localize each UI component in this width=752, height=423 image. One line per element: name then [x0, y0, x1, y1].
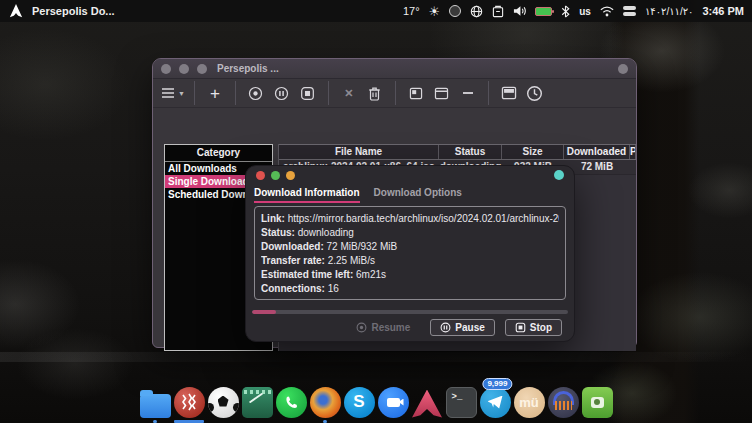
dock-item-telegram[interactable]: 9,999: [479, 384, 511, 420]
column-header-file-name[interactable]: File Name: [279, 145, 439, 159]
dialog-close-button[interactable]: [256, 171, 265, 180]
dock-item-arch-launcher[interactable]: [411, 384, 443, 420]
dock-item-finder-folder[interactable]: [139, 384, 171, 420]
dock-item-terminal[interactable]: >_: [445, 384, 477, 420]
zoom-icon: [378, 387, 409, 418]
dock-item-whatsapp[interactable]: [275, 384, 307, 420]
dialog-accent-button[interactable]: [554, 170, 564, 180]
camera-icon: [582, 387, 613, 418]
trash-button[interactable]: [364, 81, 386, 105]
dock-item-audacity[interactable]: [547, 384, 579, 420]
volume-icon[interactable]: [513, 5, 526, 17]
skype-icon: S: [344, 387, 375, 418]
info-eta: Estimated time left: 6m21s: [261, 268, 559, 282]
info-status: Status: downloading: [261, 226, 559, 240]
stop-button[interactable]: [297, 81, 319, 105]
soccer-ball-icon: [208, 387, 239, 418]
chevron-down-icon: ▼: [178, 90, 185, 97]
minimize-tray-button[interactable]: [457, 81, 479, 105]
pause-dialog-button[interactable]: Pause: [430, 319, 494, 336]
window-close-button[interactable]: [161, 64, 171, 74]
temperature-label[interactable]: 17°: [403, 5, 420, 17]
pause-button[interactable]: [271, 81, 293, 105]
dialog-buttons: Resume Pause Stop: [346, 319, 562, 336]
window-minimize-button[interactable]: [179, 64, 189, 74]
download-progress-fill: [252, 310, 276, 314]
globe-icon[interactable]: [470, 5, 483, 18]
musescore-icon: mü: [514, 387, 545, 418]
dock: S >_ 9,999 mü: [0, 380, 752, 420]
dialog-tabs: Download Information Download Options: [246, 184, 574, 203]
window-titlebar[interactable]: Persepolis ...: [153, 59, 636, 79]
column-header-status[interactable]: Status: [439, 145, 502, 159]
dock-item-soccer-game[interactable]: [207, 384, 239, 420]
stage-manager-icon[interactable]: [623, 6, 636, 16]
desktop: Persepolis Do... 17° ☀ us ۱۴۰۲: [0, 0, 752, 423]
package-icon[interactable]: [492, 5, 504, 18]
arch-linux-logo-icon[interactable]: [9, 4, 23, 18]
tab-download-information[interactable]: Download Information: [254, 187, 360, 203]
info-downloaded: Downloaded: 72 MiB/932 MiB: [261, 240, 559, 254]
tab-download-options[interactable]: Download Options: [374, 187, 462, 203]
brightness-icon[interactable]: ☀: [429, 4, 441, 19]
date-label[interactable]: ۱۴۰۲/۱۱/۲۰: [645, 6, 694, 17]
panel-button[interactable]: [405, 81, 427, 105]
dialog-minimize-button[interactable]: [286, 171, 295, 180]
firefox-icon: [310, 387, 341, 418]
video-editor-icon: [242, 387, 273, 418]
persepolis-icon: [174, 387, 205, 418]
battery-charging-icon[interactable]: [535, 7, 552, 16]
remove-button[interactable]: ✕: [338, 81, 360, 105]
download-progress-bar: [252, 310, 568, 314]
column-header-size[interactable]: Size: [502, 145, 564, 159]
toolbar: ▼ + ✕: [153, 79, 636, 108]
keyboard-layout-label[interactable]: us: [579, 6, 591, 17]
table-header-row: File Name Status Size Downloaded P: [279, 144, 636, 160]
category-header: Category: [165, 145, 272, 162]
window-panel-button[interactable]: [431, 81, 453, 105]
dark-circle-icon[interactable]: [449, 5, 461, 17]
bluetooth-icon[interactable]: [561, 5, 570, 18]
notification-badge: 9,999: [482, 378, 512, 390]
terminal-icon: >_: [446, 387, 477, 418]
audacity-icon: [548, 387, 579, 418]
dialog-titlebar[interactable]: [246, 166, 574, 184]
resume-dialog-button[interactable]: Resume: [346, 319, 420, 336]
info-link: Link: https://mirror.bardia.tech/archlin…: [261, 212, 559, 226]
arch-triangle-icon: [412, 390, 442, 418]
dock-item-video-editor[interactable]: [241, 384, 273, 420]
active-app-name[interactable]: Persepolis Do...: [32, 5, 115, 17]
stop-dialog-button[interactable]: Stop: [505, 319, 562, 336]
dock-item-zoom[interactable]: [377, 384, 409, 420]
clock-label[interactable]: 3:46 PM: [702, 5, 744, 17]
dialog-zoom-button[interactable]: [271, 171, 280, 180]
video-finder-button[interactable]: [498, 81, 520, 105]
window-zoom-button[interactable]: [197, 64, 207, 74]
window-title: Persepolis ...: [217, 63, 279, 74]
schedule-clock-button[interactable]: [524, 81, 546, 105]
dock-item-camera[interactable]: [581, 384, 613, 420]
whatsapp-icon: [276, 387, 307, 418]
resume-button[interactable]: [245, 81, 267, 105]
folder-icon: [140, 394, 171, 418]
column-header-downloaded[interactable]: Downloaded: [564, 145, 630, 159]
download-info-dialog: Download Information Download Options Li…: [245, 165, 575, 342]
add-download-button[interactable]: +: [204, 81, 226, 105]
dock-item-firefox[interactable]: [309, 384, 341, 420]
telegram-icon: [480, 387, 511, 418]
menu-button[interactable]: ▼: [161, 81, 185, 105]
wifi-icon[interactable]: [600, 6, 614, 17]
dock-item-persepolis[interactable]: [173, 384, 205, 420]
dock-item-skype[interactable]: S: [343, 384, 375, 420]
info-transfer-rate: Transfer rate: 2.25 MiB/s: [261, 254, 559, 268]
cell-percent: [630, 160, 636, 174]
column-header-percent[interactable]: P: [630, 145, 636, 159]
menu-bar: Persepolis Do... 17° ☀ us ۱۴۰۲: [0, 0, 752, 22]
download-info-box: Link: https://mirror.bardia.tech/archlin…: [254, 206, 566, 300]
dock-item-musescore[interactable]: mü: [513, 384, 545, 420]
info-connections: Connections: 16: [261, 282, 559, 296]
window-extra-button[interactable]: [618, 64, 628, 74]
